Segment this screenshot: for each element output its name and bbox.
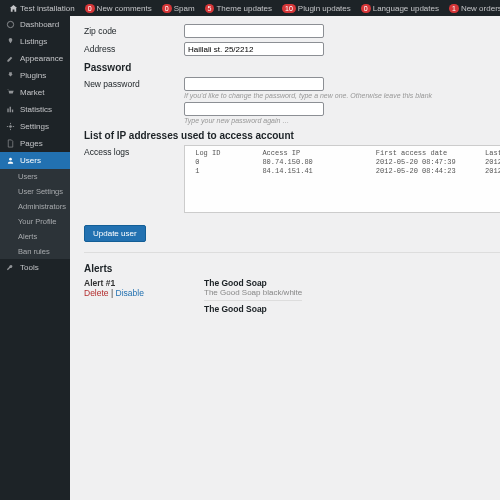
sidebar-item-plugins[interactable]: Plugins — [0, 67, 70, 84]
sidebar-sub-profile[interactable]: Your Profile — [0, 214, 70, 229]
wrench-icon — [6, 263, 16, 272]
plug-icon — [6, 71, 16, 80]
sidebar-item-statistics[interactable]: Statistics — [0, 101, 70, 118]
alert-title: Alert #1 — [84, 278, 184, 288]
sidebar-item-settings[interactable]: Settings — [0, 118, 70, 135]
sidebar-sub-ban[interactable]: Ban rules — [0, 244, 70, 259]
password-heading: Password — [84, 62, 500, 73]
sidebar-item-tools[interactable]: Tools — [0, 259, 70, 276]
sidebar-item-market[interactable]: Market — [0, 84, 70, 101]
topbar-orders[interactable]: 1New orders — [444, 4, 500, 13]
dashboard-icon — [6, 20, 16, 29]
lbl: Spam — [174, 4, 195, 13]
sidebar-item-pages[interactable]: Pages — [0, 135, 70, 152]
brush-icon — [6, 54, 16, 63]
admin-topbar: Test installation 0New comments 0Spam 5T… — [0, 0, 500, 16]
zip-input[interactable] — [184, 24, 324, 38]
lbl: Theme updates — [216, 4, 272, 13]
badge: 1 — [449, 4, 459, 13]
sidebar-sub-users[interactable]: Users — [0, 169, 70, 184]
address-label: Address — [84, 42, 184, 56]
admin-sidebar: Dashboard Listings Appearance Plugins Ma… — [0, 16, 70, 500]
newpass-input[interactable] — [184, 77, 324, 91]
alert-row: Alert #1 Delete | Disable The Good Soap … — [84, 278, 500, 314]
sidebar-item-dashboard[interactable]: Dashboard — [0, 16, 70, 33]
lbl: New comments — [97, 4, 152, 13]
newpass2-input[interactable] — [184, 102, 324, 116]
sidebar-item-appearance[interactable]: Appearance — [0, 50, 70, 67]
badge: 0 — [162, 4, 172, 13]
newpass2-hint: Type your new password again … — [184, 117, 500, 124]
lbl: Language updates — [373, 4, 439, 13]
badge: 0 — [361, 4, 371, 13]
svg-point-1 — [9, 125, 12, 128]
alert-disable-link[interactable]: Disable — [116, 288, 144, 298]
sidebar-sub-alerts[interactable]: Alerts — [0, 229, 70, 244]
badge: 5 — [205, 4, 215, 13]
badge: 10 — [282, 4, 296, 13]
alert-delete-link[interactable]: Delete — [84, 288, 109, 298]
sidebar-item-listings[interactable]: Listings — [0, 33, 70, 50]
users-icon — [6, 156, 16, 165]
divider — [84, 252, 500, 253]
gear-icon — [6, 122, 16, 131]
alert-product: The Good Soap — [204, 304, 302, 314]
topbar-lang[interactable]: 0Language updates — [356, 4, 444, 13]
zip-label: Zip code — [84, 24, 184, 38]
home-icon — [9, 4, 18, 13]
lbl: Plugin updates — [298, 4, 351, 13]
divider — [204, 300, 302, 301]
chart-icon — [6, 105, 16, 114]
topbar-spam[interactable]: 0Spam — [157, 4, 200, 13]
newpass-hint: If you'd like to change the password, ty… — [184, 92, 500, 99]
topbar-comments[interactable]: 0New comments — [80, 4, 157, 13]
page-icon — [6, 139, 16, 148]
topbar-theme[interactable]: 5Theme updates — [200, 4, 278, 13]
topbar-home[interactable]: Test installation — [4, 4, 80, 13]
topbar-home-label: Test installation — [20, 4, 75, 13]
alert-product: The Good Soap — [204, 278, 302, 288]
main-content: Zip code Address Password New password I… — [70, 16, 500, 500]
access-logs-box[interactable]: Log ID Access IP First access date Last … — [184, 145, 500, 213]
address-input[interactable] — [184, 42, 324, 56]
pin-icon — [6, 37, 16, 46]
sidebar-sub-admins[interactable]: Administrators — [0, 199, 70, 214]
topbar-plugin[interactable]: 10Plugin updates — [277, 4, 356, 13]
sidebar-sub-settings[interactable]: User Settings — [0, 184, 70, 199]
cart-icon — [6, 88, 16, 97]
update-user-button[interactable]: Update user — [84, 225, 146, 242]
iplist-heading: List of IP addresses used to access acco… — [84, 130, 500, 141]
alert-product-sub: The Good Soap black/white — [204, 288, 302, 297]
badge: 0 — [85, 4, 95, 13]
alerts-heading: Alerts — [84, 263, 500, 274]
svg-point-2 — [9, 158, 12, 161]
lbl: New orders — [461, 4, 500, 13]
newpass-label: New password — [84, 77, 184, 124]
sidebar-item-users[interactable]: Users — [0, 152, 70, 169]
access-logs-label: Access logs — [84, 145, 184, 213]
